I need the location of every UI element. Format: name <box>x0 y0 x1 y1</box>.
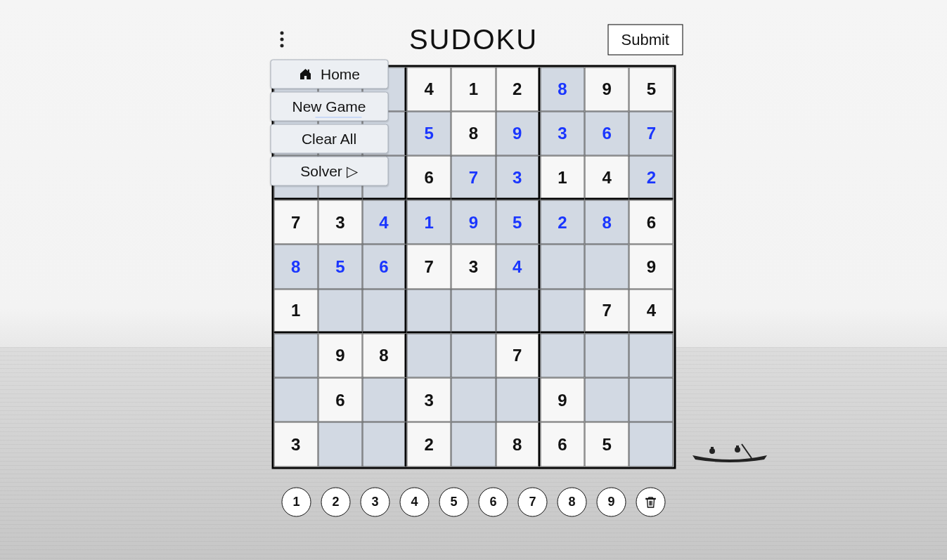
sudoku-cell[interactable]: 7 <box>451 155 496 200</box>
menu-item-solver[interactable]: Solver ▷ <box>270 156 388 185</box>
menu-button[interactable] <box>275 30 289 49</box>
sudoku-cell[interactable]: 5 <box>496 200 540 245</box>
sudoku-cell[interactable]: 6 <box>362 245 406 289</box>
sudoku-cell[interactable] <box>496 378 540 422</box>
sudoku-cell: 6 <box>629 200 674 245</box>
sudoku-cell[interactable] <box>451 378 496 422</box>
sudoku-cell: 9 <box>318 333 362 377</box>
sudoku-cell: 5 <box>585 422 629 467</box>
sudoku-cell: 4 <box>585 155 629 200</box>
svg-line-4 <box>742 444 752 458</box>
numpad-6[interactable]: 6 <box>479 487 508 516</box>
sudoku-cell[interactable]: 8 <box>540 67 584 111</box>
numpad-8[interactable]: 8 <box>558 487 587 516</box>
sudoku-cell: 9 <box>540 378 584 422</box>
sudoku-cell[interactable] <box>407 289 451 333</box>
svg-rect-5 <box>308 69 309 72</box>
sudoku-cell[interactable] <box>273 378 318 422</box>
home-icon <box>298 67 314 81</box>
top-bar: SUDOKU Submit Home New Game Clear All So… <box>264 21 683 58</box>
sudoku-cell: 5 <box>629 67 674 111</box>
menu-item-label: Home <box>321 65 360 82</box>
sudoku-cell: 3 <box>407 378 451 422</box>
sudoku-cell[interactable] <box>318 422 362 467</box>
sudoku-cell: 2 <box>496 67 540 111</box>
page-title: SUDOKU <box>409 24 538 56</box>
sudoku-cell[interactable]: 8 <box>585 200 629 245</box>
sudoku-cell: 2 <box>407 422 451 467</box>
sudoku-cell[interactable] <box>629 422 674 467</box>
sudoku-cell[interactable] <box>407 333 451 377</box>
sudoku-cell[interactable]: 6 <box>585 111 629 155</box>
numpad-1[interactable]: 1 <box>282 487 311 516</box>
menu-item-new-game[interactable]: New Game <box>270 91 388 121</box>
sudoku-cell[interactable]: 8 <box>273 245 318 289</box>
sudoku-cell[interactable]: 3 <box>540 111 584 155</box>
sudoku-cell[interactable] <box>273 333 318 377</box>
sudoku-cell: 8 <box>496 422 540 467</box>
menu-item-label: Clear All <box>302 130 356 147</box>
sudoku-cell[interactable] <box>629 333 674 377</box>
sudoku-cell: 8 <box>362 333 406 377</box>
menu-item-label: New Game <box>292 98 366 115</box>
sudoku-cell[interactable] <box>451 422 496 467</box>
sudoku-cell[interactable]: 7 <box>629 111 674 155</box>
menu-item-clear-all[interactable]: Clear All <box>270 124 388 153</box>
kebab-icon <box>281 44 284 48</box>
sudoku-cell[interactable] <box>451 289 496 333</box>
sudoku-cell: 9 <box>585 67 629 111</box>
boat-silhouette-icon <box>691 440 768 462</box>
numpad-4[interactable]: 4 <box>400 487 430 516</box>
sudoku-cell: 3 <box>273 422 318 467</box>
sudoku-cell: 8 <box>451 111 496 155</box>
sudoku-cell[interactable]: 2 <box>629 155 674 200</box>
sudoku-cell[interactable]: 9 <box>496 111 540 155</box>
sudoku-app: SUDOKU Submit Home New Game Clear All So… <box>264 21 683 516</box>
numpad-5[interactable]: 5 <box>439 487 469 516</box>
sudoku-cell: 1 <box>451 67 496 111</box>
sudoku-cell[interactable]: 2 <box>540 200 584 245</box>
sudoku-cell[interactable] <box>585 378 629 422</box>
menu-dropdown: Home New Game Clear All Solver ▷ <box>270 59 388 188</box>
sudoku-cell[interactable]: 1 <box>407 200 451 245</box>
numpad-2[interactable]: 2 <box>321 487 351 516</box>
sudoku-cell[interactable]: 3 <box>496 155 540 200</box>
numpad-7[interactable]: 7 <box>518 487 548 516</box>
sudoku-cell[interactable] <box>585 333 629 377</box>
sudoku-cell[interactable]: 9 <box>451 200 496 245</box>
sudoku-cell[interactable] <box>318 289 362 333</box>
kebab-icon <box>281 38 284 41</box>
sudoku-cell: 4 <box>407 67 451 111</box>
sudoku-cell[interactable] <box>629 378 674 422</box>
sudoku-cell[interactable]: 4 <box>496 245 540 289</box>
trash-icon <box>644 495 658 509</box>
sudoku-cell[interactable]: 4 <box>362 200 406 245</box>
numpad-9[interactable]: 9 <box>597 487 626 516</box>
sudoku-cell: 6 <box>318 378 362 422</box>
sudoku-cell[interactable] <box>540 289 584 333</box>
sudoku-cell[interactable]: 5 <box>318 245 362 289</box>
sudoku-cell[interactable] <box>362 289 406 333</box>
sudoku-cell[interactable] <box>540 333 584 377</box>
sudoku-cell[interactable] <box>496 289 540 333</box>
erase-button[interactable] <box>636 487 666 516</box>
svg-rect-1 <box>711 447 714 451</box>
sudoku-cell[interactable] <box>451 333 496 377</box>
sudoku-cell: 3 <box>318 200 362 245</box>
number-pad: 123456789 <box>264 487 683 516</box>
sudoku-cell[interactable] <box>585 245 629 289</box>
menu-item-home[interactable]: Home <box>270 59 388 89</box>
sudoku-cell: 6 <box>407 155 451 200</box>
svg-rect-3 <box>736 445 739 450</box>
sudoku-cell[interactable] <box>540 245 584 289</box>
sudoku-cell[interactable]: 5 <box>407 111 451 155</box>
sudoku-cell[interactable] <box>362 378 406 422</box>
sudoku-cell: 4 <box>629 289 674 333</box>
menu-item-label: Solver ▷ <box>300 162 357 179</box>
numpad-3[interactable]: 3 <box>361 487 390 516</box>
sudoku-cell: 7 <box>407 245 451 289</box>
kebab-icon <box>281 32 284 35</box>
sudoku-cell[interactable] <box>362 422 406 467</box>
submit-button[interactable]: Submit <box>608 24 683 55</box>
sudoku-cell: 1 <box>540 155 584 200</box>
